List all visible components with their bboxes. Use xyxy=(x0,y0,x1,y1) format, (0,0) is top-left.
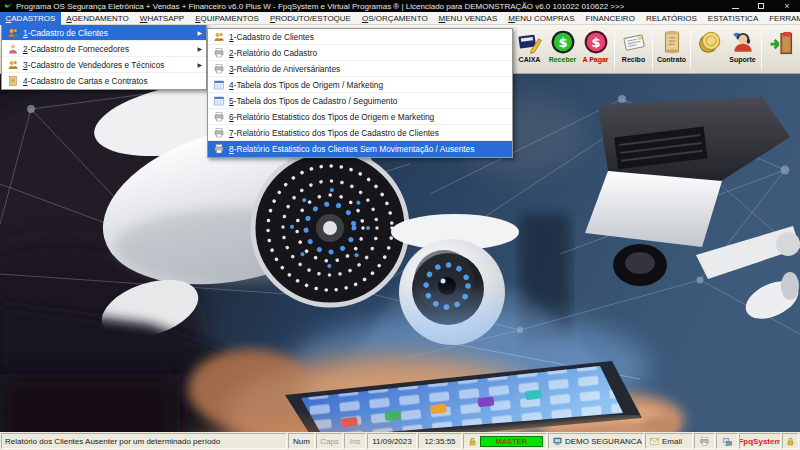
menu-estatistica[interactable]: ESTATISTICA xyxy=(702,12,763,25)
insert-indicator: Ins xyxy=(344,433,366,449)
submenu-item-cadastro-clientes[interactable]: 1-Cadastro de Clientes xyxy=(208,29,512,45)
app-logo-icon xyxy=(4,2,13,11)
brand-panel: FpqSystem xyxy=(739,433,781,449)
submenu-item-relatorio-cadastro[interactable]: 2-Relatório do Cadastro xyxy=(208,45,512,61)
exit-door-icon xyxy=(767,29,795,57)
lock-panel xyxy=(782,433,799,449)
printer-icon xyxy=(213,143,225,155)
submenu-item-clientes-ausentes[interactable]: 8-Relatório Estatistico dos Clientes Sem… xyxy=(208,141,512,157)
monitor-icon xyxy=(552,436,563,447)
key-icon xyxy=(467,436,478,447)
menu-vendas[interactable]: MENU VENDAS xyxy=(433,12,503,25)
toolbar-apagar-button[interactable]: A Pagar xyxy=(579,27,612,71)
window-title: Programa OS Segurança Eletrônica + Venda… xyxy=(16,2,624,11)
submenu-arrow-icon: ▶ xyxy=(197,45,202,52)
printer-panel[interactable] xyxy=(694,433,715,449)
toolbar-separator xyxy=(652,29,653,69)
master-badge: MASTER xyxy=(480,436,543,447)
support-person-icon xyxy=(730,29,756,55)
menu-os-orcamento[interactable]: OS/ORÇAMENTO xyxy=(356,12,433,25)
network-icon xyxy=(722,436,733,447)
maximize-button[interactable] xyxy=(756,2,766,11)
user-level-panel: MASTER xyxy=(463,433,547,449)
email-panel[interactable]: Email xyxy=(645,433,693,449)
dollar-red-icon xyxy=(583,29,609,55)
people-icon xyxy=(7,59,19,71)
menu-relatorios[interactable]: RELATÓRIOS xyxy=(640,12,702,25)
network-panel[interactable] xyxy=(716,433,738,449)
status-bar: Relatório dos Clientes Ausenter por um d… xyxy=(0,432,800,450)
toolbar-receber-button[interactable]: Receber xyxy=(546,27,579,71)
menu-item-cadastro-fornecedores[interactable]: 2-Cadastro de Fornecedores ▶ xyxy=(2,41,206,57)
dollar-green-icon xyxy=(550,29,576,55)
printer-icon xyxy=(213,47,225,59)
printer-icon xyxy=(213,111,225,123)
contract-scroll-icon xyxy=(659,29,685,55)
minimize-button[interactable] xyxy=(730,2,740,11)
menu-financeiro[interactable]: FINANCEIRO xyxy=(580,12,640,25)
close-button[interactable]: × xyxy=(782,2,792,11)
title-bar: Programa OS Segurança Eletrônica + Venda… xyxy=(0,0,800,12)
menu-item-cadastro-clientes[interactable]: 1-Cadastro de Clientes ▶ xyxy=(2,25,206,41)
toolbar-separator xyxy=(614,29,615,69)
menu-produto-estoque[interactable]: PRODUTO/ESTOQUE xyxy=(264,12,356,25)
table-icon xyxy=(213,79,225,91)
clientes-submenu: 1-Cadastro de Clientes 2-Relatório do Ca… xyxy=(207,28,513,158)
caps-lock-indicator: Caps xyxy=(316,433,343,449)
submenu-item-relatorio-aniversariantes[interactable]: 3-Relatório de Aniversáriantes xyxy=(208,61,512,77)
coin-icon xyxy=(697,29,723,55)
toolbar-contrato-button[interactable]: Contrato xyxy=(655,27,688,71)
people-icon xyxy=(7,27,19,39)
receipt-icon xyxy=(621,29,647,55)
toolbar-separator xyxy=(690,29,691,69)
application-window: Programa OS Segurança Eletrônica + Venda… xyxy=(0,0,800,450)
table-icon xyxy=(213,95,225,107)
scroll-icon xyxy=(7,75,19,87)
toolbar-suporte-button[interactable]: Suporte xyxy=(726,27,759,71)
toolbar-exit-button[interactable] xyxy=(764,27,797,71)
submenu-item-tabela-origem[interactable]: 4-Tabela dos Tipos de Origem / Marketing xyxy=(208,77,512,93)
menu-whatsapp[interactable]: WHATSAPP xyxy=(134,12,189,25)
menu-bar: CADASTROS AGENDAMENTO WHATSAPP EQUIPAMEN… xyxy=(0,12,800,25)
submenu-arrow-icon: ▶ xyxy=(197,61,202,68)
status-date: 11/09/2023 xyxy=(367,433,417,449)
toolbar-separator xyxy=(761,29,762,69)
menu-equipamentos[interactable]: EQUIPAMENTOS xyxy=(190,12,265,25)
ledger-pencil-icon xyxy=(517,29,543,55)
menu-ferramentas[interactable]: FERRAMENTAS xyxy=(764,12,800,25)
printer-icon xyxy=(699,436,710,447)
toolbar-coin-button[interactable] xyxy=(693,27,726,71)
menu-item-cadastro-vendedores[interactable]: 3-Cadastro de Vendedores e Técnicos ▶ xyxy=(2,57,206,73)
lock-icon xyxy=(785,436,796,447)
station-panel: DEMO SEGURANCA 6.0 xyxy=(548,433,644,449)
submenu-item-tabela-cadastro[interactable]: 5-Tabela dos Tipos de Cadastro / Seguime… xyxy=(208,93,512,109)
person-icon xyxy=(7,43,19,55)
submenu-item-estatistico-cadastro[interactable]: 7-Relatório Estatistico dos Tipos de Cad… xyxy=(208,125,512,141)
status-time: 12:35:55 xyxy=(418,433,462,449)
num-lock-indicator: Num xyxy=(288,433,315,449)
submenu-item-estatistico-origem[interactable]: 6-Relatório Estatistico dos Tipos de Ori… xyxy=(208,109,512,125)
printer-icon xyxy=(213,63,225,75)
status-message: Relatório dos Clientes Ausenter por um d… xyxy=(1,433,287,449)
cadastros-dropdown-menu: 1-Cadastro de Clientes ▶ 2-Cadastro de F… xyxy=(1,24,207,90)
toolbar-recibo-button[interactable]: Recibo xyxy=(617,27,650,71)
menu-item-cadastro-cartas[interactable]: 4-Cadastro de Cartas e Contratos xyxy=(2,73,206,89)
menu-agendamento[interactable]: AGENDAMENTO xyxy=(61,12,135,25)
email-icon xyxy=(649,436,660,447)
submenu-arrow-icon: ▶ xyxy=(197,29,202,36)
printer-icon xyxy=(213,127,225,139)
toolbar-caixa-button[interactable]: CAIXA xyxy=(513,27,546,71)
menu-cadastros[interactable]: CADASTROS xyxy=(0,12,61,25)
menu-compras[interactable]: MENU COMPRAS xyxy=(503,12,580,25)
people-icon xyxy=(213,31,225,43)
